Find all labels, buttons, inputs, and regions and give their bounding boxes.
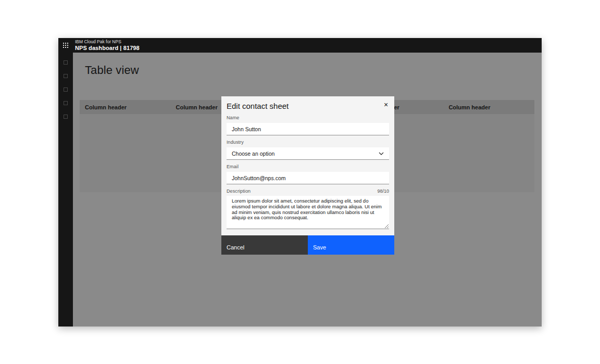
modal-form: Name Industry Choose an option Email Des… bbox=[221, 115, 394, 229]
cancel-button[interactable]: Cancel bbox=[221, 235, 308, 255]
product-name: IBM Cloud Pak for NPS bbox=[75, 40, 140, 45]
close-icon[interactable]: × bbox=[380, 98, 392, 111]
industry-label: Industry bbox=[227, 140, 389, 145]
email-label: Email bbox=[227, 164, 389, 169]
modal-header: Edit contact sheet × bbox=[221, 96, 394, 111]
save-button[interactable]: Save bbox=[308, 235, 394, 255]
description-textarea[interactable]: Lorem ipsum dolor sit amet, consectetur … bbox=[227, 196, 389, 229]
name-input[interactable] bbox=[227, 123, 389, 135]
app-window: IBM Cloud Pak for NPS NPS dashboard | 81… bbox=[58, 38, 542, 327]
name-label: Name bbox=[227, 115, 389, 120]
app-switcher-grid-icon bbox=[63, 43, 68, 48]
industry-dropdown-value: Choose an option bbox=[232, 150, 274, 157]
modal-footer: Cancel Save bbox=[221, 235, 394, 255]
description-label: Description bbox=[227, 189, 251, 194]
top-header-bar: IBM Cloud Pak for NPS NPS dashboard | 81… bbox=[58, 38, 542, 53]
email-input[interactable] bbox=[227, 172, 389, 184]
app-switcher-button[interactable] bbox=[58, 38, 73, 53]
header-titles: IBM Cloud Pak for NPS NPS dashboard | 81… bbox=[75, 40, 140, 51]
description-label-row: Description 98/10 bbox=[227, 189, 389, 194]
char-counter: 98/10 bbox=[377, 189, 389, 194]
page-id: NPS dashboard | 81798 bbox=[75, 45, 140, 52]
modal-title: Edit contact sheet bbox=[227, 102, 289, 110]
edit-contact-sheet-modal: Edit contact sheet × Name Industry Choos… bbox=[221, 96, 394, 255]
chevron-down-icon bbox=[379, 152, 384, 155]
industry-dropdown[interactable]: Choose an option bbox=[227, 147, 389, 160]
